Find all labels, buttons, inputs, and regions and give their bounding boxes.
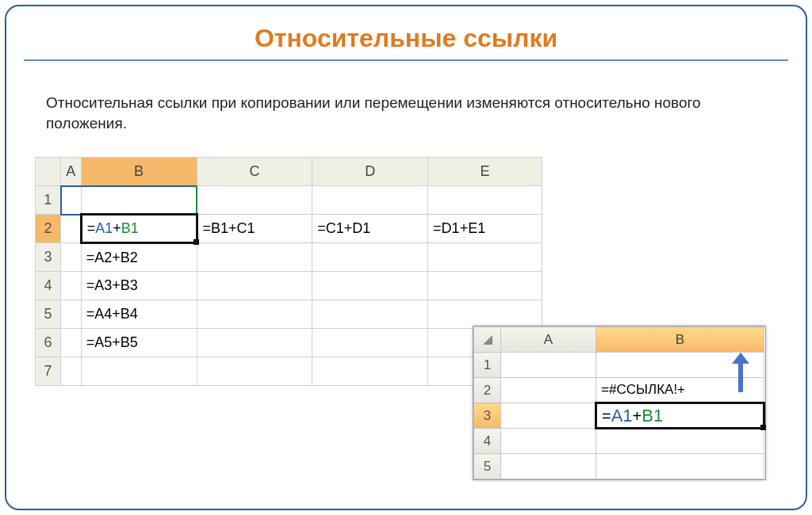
cell-E1[interactable] [428, 186, 542, 215]
row-2: 2 [36, 215, 61, 243]
arrow-up-icon [732, 353, 749, 392]
cell-E3[interactable] [428, 243, 542, 272]
cell-A6[interactable] [61, 329, 82, 357]
select-all-icon[interactable] [483, 335, 492, 345]
cell-D7[interactable] [312, 357, 428, 386]
row-7: 7 [36, 357, 61, 386]
cell-C4[interactable] [197, 272, 312, 300]
cell-A4[interactable] [61, 272, 82, 300]
cell-C7[interactable] [197, 357, 312, 386]
small-B3[interactable]: =A1+B1 [596, 403, 764, 429]
cell-A7[interactable] [61, 357, 82, 386]
col-C: C [197, 158, 312, 186]
page-title: Относительные ссылки [6, 6, 806, 59]
small-A1[interactable] [501, 353, 596, 378]
small-A5[interactable] [501, 454, 596, 479]
cell-B6[interactable]: =A5+B5 [81, 329, 197, 357]
row-5: 5 [36, 300, 61, 329]
plus: + [113, 220, 121, 236]
cell-B7[interactable] [81, 357, 197, 386]
cell-E2[interactable]: =D1+E1 [428, 215, 542, 243]
subtitle-text: Относительная ссылки при копировании или… [6, 61, 806, 154]
small-B4[interactable] [596, 429, 764, 454]
spreadsheet-small: A B 1 2 =#ССЫЛКА!+ 3 =A1+B1 [473, 326, 766, 480]
col-B: B [81, 158, 197, 186]
cell-D6[interactable] [312, 329, 428, 357]
small-row-1: 1 [474, 353, 501, 378]
cell-A1[interactable] [61, 186, 82, 215]
cell-B5[interactable]: =A4+B4 [81, 300, 197, 329]
small-corner [474, 327, 501, 353]
cell-B1[interactable] [81, 186, 197, 215]
row-4: 4 [36, 272, 61, 300]
cell-D3[interactable] [312, 243, 428, 272]
col-D: D [312, 158, 428, 186]
col-A: A [61, 158, 82, 186]
formula-eq: = [87, 220, 96, 236]
cell-B2[interactable]: =A1+B1 [81, 215, 197, 243]
small-row-4: 4 [474, 429, 501, 454]
slide-frame: Относительные ссылки Относительная ссылк… [5, 5, 807, 510]
spreadsheet-big: A B C D E 1 2 =A1+B1 =B1+C1 =C1+D1 =D1+E… [35, 157, 542, 386]
small-eq: = [602, 407, 611, 425]
cell-E5[interactable] [428, 300, 542, 329]
ref-A1: A1 [95, 220, 113, 236]
small-col-A: A [501, 327, 596, 353]
row-6: 6 [36, 329, 61, 357]
cell-C6[interactable] [197, 329, 312, 357]
fill-handle-icon[interactable] [193, 239, 199, 245]
small-row-3: 3 [474, 403, 501, 429]
cell-E4[interactable] [428, 272, 542, 300]
fill-handle-icon[interactable] [760, 425, 766, 430]
cell-C3[interactable] [197, 243, 312, 272]
small-row-5: 5 [474, 454, 501, 479]
small-col-B: B [596, 327, 764, 353]
corner-cell [36, 158, 61, 186]
cell-A2[interactable] [61, 215, 82, 243]
col-E: E [428, 158, 542, 186]
small-row-2: 2 [474, 378, 501, 403]
cell-B4[interactable]: =A3+B3 [81, 272, 197, 300]
row-1: 1 [36, 186, 61, 215]
small-A2[interactable] [501, 378, 596, 403]
small-B5[interactable] [596, 454, 764, 479]
cell-C2[interactable]: =B1+C1 [197, 215, 312, 243]
small-plus: + [633, 407, 642, 425]
cell-D5[interactable] [312, 300, 428, 329]
cell-B3[interactable]: =A2+B2 [81, 243, 197, 272]
small-refB: B1 [642, 406, 663, 425]
cell-D4[interactable] [312, 272, 428, 300]
cell-D2[interactable]: =C1+D1 [312, 215, 428, 243]
small-refA: A1 [611, 406, 633, 425]
small-A3[interactable] [501, 403, 596, 429]
cell-C1[interactable] [197, 186, 312, 215]
small-A4[interactable] [501, 429, 596, 454]
cell-A5[interactable] [61, 300, 82, 329]
cell-C5[interactable] [197, 300, 312, 329]
ref-B1: B1 [121, 220, 139, 236]
cell-D1[interactable] [312, 186, 428, 215]
cell-A3[interactable] [61, 243, 82, 272]
row-3: 3 [36, 243, 61, 272]
